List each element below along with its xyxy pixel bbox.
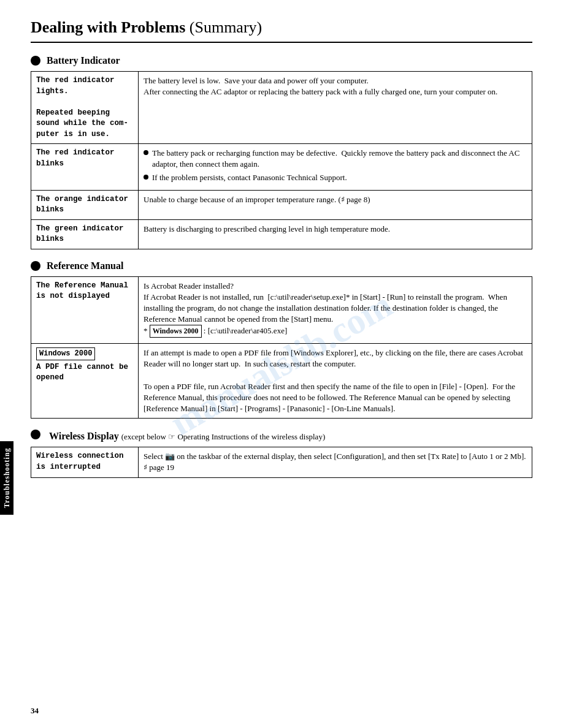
page-number: 34 bbox=[31, 706, 39, 716]
reference-section-title: Reference Manual bbox=[47, 260, 123, 271]
table-row: The orange indicator blinks Unable to ch… bbox=[31, 190, 532, 219]
reference-row2-left: Windows 2000 A PDF file cannot be opened bbox=[31, 344, 139, 419]
battery-row2-right: The battery pack or recharging function … bbox=[139, 144, 532, 191]
battery-row4-right: Battery is discharging to prescribed cha… bbox=[139, 219, 532, 249]
battery-table: The red indicator lights.Repeated beepin… bbox=[31, 71, 532, 249]
windows-badge: Windows 2000 bbox=[150, 325, 202, 338]
wireless-section-note: (except below ☞ Operating Instructions o… bbox=[121, 432, 326, 442]
table-row: The red indicator blinks The battery pac… bbox=[31, 144, 532, 191]
reference-table: The Reference Manual is not displayed Is… bbox=[31, 276, 532, 419]
wireless-section-title: Wireless Display bbox=[49, 431, 119, 442]
battery-row3-left: The orange indicator blinks bbox=[31, 190, 139, 219]
bullet-icon bbox=[144, 175, 148, 180]
bullet-icon bbox=[144, 150, 148, 155]
page-title: Dealing with Problems (Summary) bbox=[31, 18, 532, 43]
battery-section-header: Battery Indicator bbox=[31, 55, 532, 66]
table-row: Windows 2000 A PDF file cannot be opened… bbox=[31, 344, 532, 419]
battery-row4-left: The green indicator blinks bbox=[31, 219, 139, 249]
table-row: The Reference Manual is not displayed Is… bbox=[31, 276, 532, 344]
windows-2000-badge: Windows 2000 bbox=[36, 347, 95, 360]
wireless-bullet-icon bbox=[31, 430, 40, 439]
sidebar-label: Troubleshooting bbox=[0, 441, 13, 515]
battery-section-title: Battery Indicator bbox=[47, 55, 120, 66]
reference-bullet-icon bbox=[31, 261, 40, 271]
battery-row2-left: The red indicator blinks bbox=[31, 144, 139, 191]
table-row: The red indicator lights.Repeated beepin… bbox=[31, 72, 532, 144]
battery-bullet-icon bbox=[31, 56, 40, 66]
page-title-main: Dealing with Problems bbox=[31, 18, 185, 36]
table-row: The green indicator blinks Battery is di… bbox=[31, 219, 532, 249]
page-title-suffix: (Summary) bbox=[190, 18, 262, 36]
wireless-table: Wireless connection is interrupted Selec… bbox=[31, 447, 532, 477]
bullet-item: The battery pack or recharging function … bbox=[144, 148, 527, 170]
bullet-item: If the problem persists, contact Panason… bbox=[144, 172, 527, 183]
battery-row1-right: The battery level is low. Save your data… bbox=[139, 72, 532, 144]
wireless-section-header: Wireless Display (except below ☞ Operati… bbox=[31, 430, 532, 442]
battery-row3-right: Unable to charge because of an improper … bbox=[139, 190, 532, 219]
reference-section-header: Reference Manual bbox=[31, 260, 532, 271]
wireless-row1-right: Select 📷 on the taskbar of the external … bbox=[139, 447, 532, 477]
reference-row1-right: Is Acrobat Reader installed? If Acrobat … bbox=[139, 276, 532, 344]
table-row: Wireless connection is interrupted Selec… bbox=[31, 447, 532, 477]
reference-row2-right: If an attempt is made to open a PDF file… bbox=[139, 344, 532, 419]
reference-row1-left: The Reference Manual is not displayed bbox=[31, 276, 139, 344]
battery-row1-left: The red indicator lights.Repeated beepin… bbox=[31, 72, 139, 144]
wireless-row1-left: Wireless connection is interrupted bbox=[31, 447, 139, 477]
